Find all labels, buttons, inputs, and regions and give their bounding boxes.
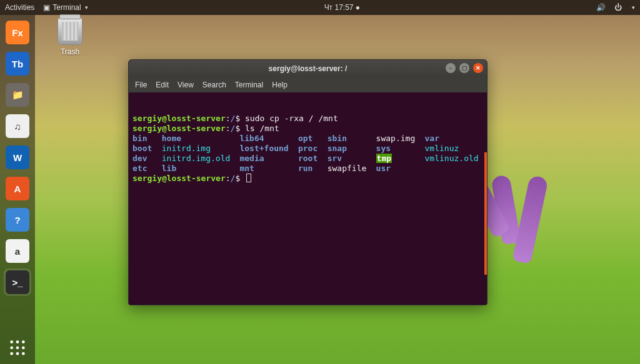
dock-icon-thunderbird[interactable]: Tb — [4, 50, 31, 77]
ls-entry: home — [162, 134, 181, 143]
ls-entry: lib64 — [239, 134, 264, 143]
ls-entry: srv — [328, 154, 342, 163]
dock-icon-firefox[interactable]: Fx — [4, 19, 31, 46]
trash-label: Trash — [50, 47, 90, 56]
ls-row: devinitrd.img.oldmediarootsrvtmpvmlinuz.… — [132, 154, 483, 164]
ls-cell: root — [298, 154, 328, 164]
ls-cell: snap — [328, 144, 376, 154]
dock-icon-rhythmbox[interactable]: ♫ — [4, 112, 31, 140]
app-menu[interactable]: ▣ Terminal ▾ — [43, 3, 88, 12]
prompt-user-host: sergiy@losst-server — [132, 174, 226, 183]
trash-icon — [58, 17, 82, 45]
ls-row: etclibmntrunswapfileusr — [132, 164, 483, 174]
ls-entry: media — [239, 154, 264, 163]
svg-point-4 — [16, 347, 19, 350]
ls-cell: usr — [376, 164, 425, 174]
dock-icon-amazon[interactable]: a — [4, 237, 31, 265]
ls-output: binhomelib64optsbinswap.imgvarbootinitrd… — [132, 134, 483, 174]
window-title: sergiy@losst-server: / — [269, 64, 348, 73]
trash-desktop-icon[interactable]: Trash — [50, 17, 90, 56]
ls-cell: run — [298, 164, 328, 174]
ls-entry: lost+found — [239, 144, 288, 153]
prompt-user-host: sergiy@losst-server — [132, 114, 226, 123]
menu-view[interactable]: View — [178, 81, 194, 89]
ls-cell: swapfile — [328, 164, 376, 174]
ls-cell: sys — [376, 144, 425, 154]
clock[interactable]: Чт 17:57 ● — [324, 3, 360, 12]
svg-point-5 — [22, 347, 25, 350]
window-controls: – ▢ ✕ — [446, 63, 483, 73]
system-menu-chevron-icon[interactable]: ▾ — [632, 4, 635, 11]
dock-icon-software[interactable]: A — [4, 175, 31, 202]
svg-point-8 — [22, 352, 25, 355]
amazon-icon: a — [6, 239, 29, 263]
ls-cell: boot — [132, 144, 162, 154]
dock-icon-files[interactable]: 📁 — [4, 81, 31, 109]
ls-entry: proc — [298, 144, 318, 153]
ls-cell — [425, 164, 484, 174]
menu-file[interactable]: File — [135, 81, 147, 89]
svg-point-6 — [10, 352, 13, 355]
terminal-window: sergiy@losst-server: / – ▢ ✕ FileEditVie… — [128, 59, 488, 305]
svg-point-0 — [10, 340, 13, 343]
cursor-icon — [246, 174, 251, 182]
terminal-body[interactable]: sergiy@losst-server:/$ sudo cp -rxa / /m… — [129, 92, 487, 305]
power-icon[interactable]: ⏻ — [614, 3, 622, 12]
ls-cell: tmp — [376, 154, 425, 164]
ls-entry: root — [298, 154, 318, 163]
ls-entry: mnt — [239, 164, 254, 173]
wallpaper-flower — [478, 175, 552, 287]
software-icon: A — [6, 177, 29, 200]
svg-point-3 — [10, 347, 13, 350]
menu-help[interactable]: Help — [272, 81, 288, 89]
ls-entry: lib — [162, 164, 176, 173]
prompt-user-host: sergiy@losst-server — [132, 124, 226, 133]
terminal-line: sergiy@losst-server:/$ sudo cp -rxa / /m… — [132, 114, 483, 124]
rhythmbox-icon: ♫ — [6, 114, 29, 138]
ls-entry: initrd.img — [162, 144, 211, 153]
ls-cell: srv — [328, 154, 376, 164]
ls-cell: etc — [132, 164, 162, 174]
clock-text: Чт 17:57 — [324, 3, 354, 12]
dock-icon-writer[interactable]: W — [4, 144, 31, 171]
help-icon: ? — [6, 208, 29, 232]
ls-entry: initrd.img.old — [162, 154, 231, 163]
terminal-menubar: FileEditViewSearchTerminalHelp — [129, 77, 487, 92]
ls-cell: var — [425, 134, 484, 144]
volume-icon[interactable]: 🔊 — [596, 3, 606, 12]
ls-cell: opt — [298, 134, 328, 144]
app-menu-label: Terminal — [52, 3, 81, 12]
ls-row: binhomelib64optsbinswap.imgvar — [132, 134, 483, 144]
ls-entry: run — [298, 164, 312, 173]
ls-row: bootinitrd.imglost+foundprocsnapsysvmlin… — [132, 144, 483, 154]
ls-entry: vmlinuz.old — [425, 154, 479, 163]
menu-search[interactable]: Search — [202, 81, 226, 89]
ls-entry: usr — [376, 164, 391, 173]
thunderbird-icon: Tb — [6, 52, 29, 76]
menu-terminal[interactable]: Terminal — [235, 81, 263, 89]
terminal-app-icon: ▣ — [43, 3, 50, 12]
dock-icon-help[interactable]: ? — [4, 206, 31, 234]
activities-button[interactable]: Activities — [5, 3, 34, 12]
files-icon: 📁 — [6, 83, 29, 107]
minimize-button[interactable]: – — [446, 63, 456, 73]
show-applications-button[interactable] — [0, 339, 35, 357]
ls-cell: lib64 — [239, 134, 298, 144]
terminal-icon: >_ — [6, 270, 29, 294]
ls-cell: dev — [132, 154, 162, 164]
scrollbar-thumb[interactable] — [484, 152, 487, 275]
menu-edit[interactable]: Edit — [156, 81, 169, 89]
ls-cell: vmlinuz.old — [425, 154, 484, 164]
maximize-button[interactable]: ▢ — [459, 63, 469, 73]
window-titlebar[interactable]: sergiy@losst-server: / – ▢ ✕ — [129, 60, 487, 77]
svg-point-1 — [16, 340, 19, 343]
dock-icon-terminal[interactable]: >_ — [4, 268, 31, 296]
ls-entry: tmp — [376, 154, 392, 163]
ls-cell: vmlinuz — [425, 144, 484, 154]
firefox-icon: Fx — [6, 21, 29, 44]
ls-entry: snap — [328, 144, 347, 153]
command-text: sudo cp -rxa / /mnt — [245, 114, 338, 123]
close-button[interactable]: ✕ — [473, 63, 483, 73]
apps-grid-icon — [9, 339, 26, 357]
ls-cell: lost+found — [239, 144, 298, 154]
